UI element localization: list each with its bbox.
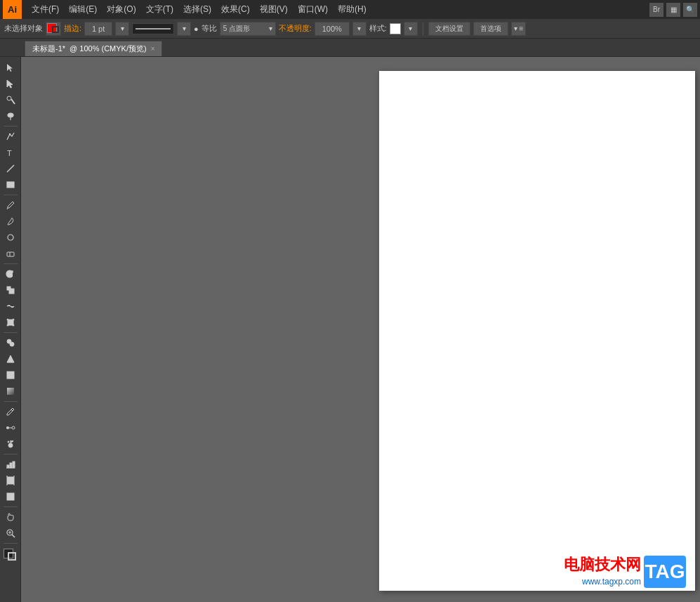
tool-sep-8 [4,543,18,544]
tool-sep-7 [4,506,18,507]
direct-selection-tool-btn[interactable] [2,76,19,91]
svg-point-9 [8,235,13,240]
title-bar-controls: Br ▦ 🔍 [649,3,697,17]
tool-sep-5 [4,401,18,402]
mesh-tool-btn[interactable] [2,367,19,383]
document-tab[interactable]: 未标题-1* @ 100% (CMYK/预览) × [25,41,162,56]
rotate-tool-btn[interactable] [2,266,19,282]
stroke-color-btn[interactable] [46,22,61,36]
menu-text[interactable]: 文字(T) [142,2,178,17]
gradient-tool-btn[interactable] [2,384,19,399]
ratio-indicator: ● [194,25,199,33]
line-tool-btn[interactable] [2,161,19,176]
perspective-grid-btn[interactable] [2,351,19,367]
blend-tool-btn[interactable] [2,420,19,436]
stroke-value-input[interactable]: 1 pt [84,22,112,36]
column-graph-btn[interactable] [2,457,19,472]
pencil-tool-btn[interactable] [2,197,19,213]
doc-settings-btn[interactable]: 文档设置 [428,22,470,36]
tool-sep-1 [4,126,18,126]
svg-point-1 [7,96,11,100]
stroke-style-dropdown[interactable]: ▾ [177,22,191,36]
selection-tool-btn[interactable] [2,60,19,75]
shape-builder-btn[interactable] [2,335,19,351]
canvas-area[interactable]: 电脑技术网 www.tagxp.com TAG [21,57,700,602]
title-bar: Ai 文件(F) 编辑(E) 对象(O) 文字(T) 选择(S) 效果(C) 视… [0,0,700,19]
svg-line-27 [11,410,13,411]
svg-point-19 [13,325,14,326]
tab-close-btn[interactable]: × [151,45,155,53]
watermark-text: 电脑技术网 www.tagxp.com [564,554,641,588]
free-transform-btn[interactable] [2,315,19,330]
style-swatch[interactable] [390,23,401,34]
svg-point-16 [7,319,8,320]
selection-status: 未选择对象 [4,23,43,34]
svg-rect-7 [7,182,14,188]
artboard [379,71,695,591]
preferences-btn[interactable]: 首选项 [473,22,508,36]
control-bar: 未选择对象 描边: 1 pt ▾ ▾ ● 等比 5 点圆形 ▾ 不透明度: 10… [0,19,700,39]
search-button[interactable]: 🔍 [683,3,697,17]
rectangle-tool-btn[interactable] [2,177,19,192]
opacity-dropdown[interactable]: ▾ [352,22,366,36]
symbol-sprayer-btn[interactable] [2,436,19,452]
stroke-dropdown[interactable]: ▾ [115,22,129,36]
type-tool-btn[interactable]: T [2,145,19,160]
tool-sep-3 [4,263,18,264]
pen-tool-btn[interactable] [2,129,19,144]
svg-rect-35 [10,463,12,468]
main-layout: T [0,57,700,602]
eyedropper-tool-btn[interactable] [2,404,19,419]
warp-tool-btn[interactable] [2,299,19,314]
svg-line-0 [11,99,15,104]
svg-point-4 [8,133,10,135]
ratio-label: 等比 [202,23,217,34]
style-label: 样式: [369,23,387,34]
svg-point-2 [8,113,13,117]
blob-brush-tool-btn[interactable] [2,230,19,245]
menu-effect[interactable]: 效果(C) [217,2,254,17]
tool-sep-2 [4,195,18,195]
svg-rect-10 [7,252,14,256]
magic-wand-tool-btn[interactable] [2,92,19,107]
menu-window[interactable]: 窗口(W) [293,2,332,17]
paintbrush-tool-btn[interactable] [2,214,19,229]
svg-line-6 [7,165,14,172]
point-dropdown[interactable]: 5 点圆形 ▾ [220,22,276,36]
eraser-tool-btn[interactable] [2,246,19,261]
svg-rect-36 [13,462,15,468]
opacity-input[interactable]: 100% [315,22,350,36]
svg-point-29 [12,426,15,429]
scale-tool-btn[interactable] [2,282,19,298]
svg-point-31 [8,443,13,447]
opacity-label: 不透明度: [279,23,312,34]
bridge-button[interactable]: Br [649,3,663,17]
tab-bar: 未标题-1* @ 100% (CMYK/预览) × [0,39,700,57]
color-swatches[interactable] [2,547,19,563]
watermark-tag-logo: TAG [644,556,686,588]
svg-rect-34 [7,465,9,468]
tool-sep-4 [4,332,18,333]
menu-help[interactable]: 帮助(H) [334,2,371,17]
menu-object[interactable]: 对象(O) [103,2,140,17]
hand-tool-btn[interactable] [2,509,19,525]
artboard-tool-btn[interactable] [2,473,19,488]
menu-file[interactable]: 文件(F) [27,2,63,17]
menu-edit[interactable]: 编辑(E) [65,2,101,17]
zoom-tool-btn[interactable] [2,525,19,541]
slice-tool-btn[interactable] [2,489,19,504]
toolbar: T [0,57,21,602]
menu-view[interactable]: 视图(V) [256,2,292,17]
ai-logo-icon: Ai [3,0,22,19]
svg-rect-26 [7,388,14,395]
more-options-btn[interactable]: ▾ ≡ [511,22,527,36]
lasso-tool-btn[interactable] [2,108,19,124]
svg-point-21 [10,342,14,346]
style-dropdown[interactable]: ▾ [404,22,418,36]
menu-select[interactable]: 选择(S) [179,2,216,17]
svg-point-32 [8,441,9,443]
point-label: 5 点圆形 [223,24,250,34]
workspace-button[interactable]: ▦ [666,3,680,17]
stroke-color-swatch[interactable] [8,552,16,561]
watermark: 电脑技术网 www.tagxp.com TAG [564,554,686,588]
